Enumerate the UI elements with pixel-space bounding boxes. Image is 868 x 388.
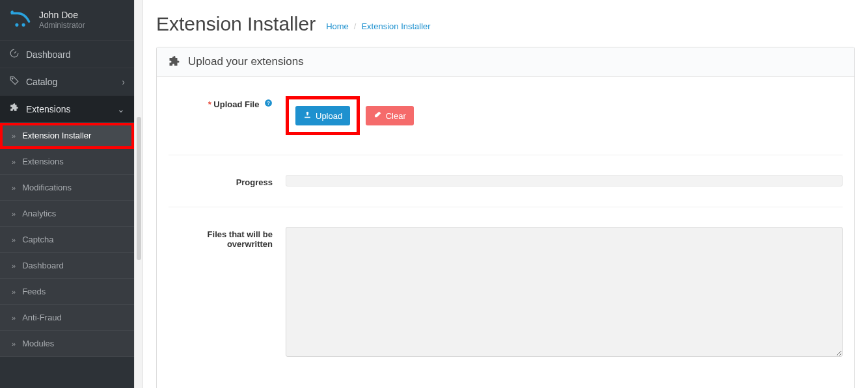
upload-button[interactable]: Upload	[295, 106, 350, 125]
main-nav: Dashboard Catalog › Extensions ⌄	[0, 41, 134, 123]
user-role: Administrator	[39, 21, 85, 30]
nav-extensions-label: Extensions	[26, 104, 70, 114]
clear-button-label: Clear	[386, 111, 406, 121]
upload-cloud-icon	[303, 110, 312, 121]
label-upload: * Upload File ?	[169, 96, 286, 135]
subnav-modules-label: Modules	[22, 339, 54, 348]
scrollbar-thumb[interactable]	[137, 117, 141, 260]
subnav-dashboard-label: Dashboard	[22, 261, 64, 270]
chevron-down-icon: ⌄	[117, 104, 125, 114]
nav-catalog[interactable]: Catalog ›	[0, 68, 134, 96]
label-overwrite-text: Files that will be overwritten	[208, 229, 273, 249]
subnav-dashboard[interactable]: » Dashboard	[0, 253, 134, 279]
upload-button-label: Upload	[316, 111, 342, 121]
subnav-feeds[interactable]: » Feeds	[0, 279, 134, 305]
breadcrumb: Home / Extension Installer	[326, 21, 431, 35]
overwrite-control	[286, 227, 843, 359]
svg-text:?: ?	[267, 100, 270, 106]
user-name: John Doe	[39, 10, 85, 20]
overwrite-textarea[interactable]	[286, 227, 843, 357]
main-content: Extension Installer Home / Extension Ins…	[143, 0, 868, 388]
subnav-installer[interactable]: » Extension Installer	[0, 123, 134, 149]
double-chevron-icon: »	[12, 262, 16, 270]
double-chevron-icon: »	[12, 340, 16, 348]
progress-control	[286, 175, 843, 187]
subnav-installer-label: Extension Installer	[22, 131, 91, 140]
upload-highlight-box: Upload	[286, 96, 360, 135]
label-upload-text: Upload File	[213, 99, 259, 109]
subnav-analytics-label: Analytics	[22, 209, 56, 218]
footer-actions: Continue	[169, 379, 843, 388]
double-chevron-icon: »	[12, 314, 16, 322]
gauge-icon	[9, 49, 20, 60]
nav-dashboard-label: Dashboard	[26, 49, 71, 60]
row-overwrite: Files that will be overwritten	[169, 207, 843, 379]
nav-dashboard[interactable]: Dashboard	[0, 41, 134, 68]
svg-point-0	[15, 23, 18, 27]
double-chevron-icon: »	[12, 288, 16, 296]
cart-logo-icon	[9, 9, 31, 31]
row-progress: Progress	[169, 155, 843, 207]
profile-area: John Doe Administrator	[0, 0, 134, 41]
clear-button[interactable]: Clear	[366, 106, 414, 125]
subnav-extensions-label: Extensions	[22, 157, 64, 166]
subnav-modifications[interactable]: » Modifications	[0, 175, 134, 201]
panel-body: * Upload File ? Upload	[157, 77, 854, 388]
svg-rect-5	[305, 117, 310, 118]
subnav-modifications-label: Modifications	[22, 183, 72, 192]
tags-icon	[9, 76, 20, 87]
subnav-extensions[interactable]: » Extensions	[0, 149, 134, 175]
panel-heading: Upload your extensions	[157, 47, 854, 77]
subnav-antifraud[interactable]: » Anti-Fraud	[0, 305, 134, 331]
subnav-feeds-label: Feeds	[22, 287, 46, 296]
double-chevron-icon: »	[12, 158, 16, 166]
svg-point-2	[12, 78, 13, 79]
upload-panel: Upload your extensions * Upload File ?	[156, 47, 855, 388]
label-progress: Progress	[169, 175, 286, 187]
label-overwrite: Files that will be overwritten	[169, 227, 286, 359]
row-upload: * Upload File ? Upload	[169, 77, 843, 155]
required-asterisk: *	[208, 99, 211, 109]
double-chevron-icon: »	[12, 132, 16, 140]
subnav-captcha[interactable]: » Captcha	[0, 227, 134, 253]
breadcrumb-home[interactable]: Home	[326, 21, 349, 31]
page-header: Extension Installer Home / Extension Ins…	[156, 6, 855, 47]
subnav-analytics[interactable]: » Analytics	[0, 201, 134, 227]
help-icon[interactable]: ?	[264, 99, 273, 109]
puzzle-icon	[169, 56, 180, 68]
panel-heading-text: Upload your extensions	[188, 55, 304, 68]
svg-point-1	[22, 23, 25, 27]
breadcrumb-current[interactable]: Extension Installer	[361, 21, 430, 31]
puzzle-icon	[9, 103, 20, 114]
chevron-right-icon: ›	[122, 77, 125, 87]
progress-bar	[286, 175, 843, 187]
nav-extensions[interactable]: Extensions ⌄	[0, 96, 134, 123]
nav-catalog-label: Catalog	[26, 77, 57, 87]
upload-controls: Upload Clear	[286, 96, 843, 135]
vertical-scrollbar[interactable]	[134, 0, 143, 388]
double-chevron-icon: »	[12, 184, 16, 192]
subnav-antifraud-label: Anti-Fraud	[22, 313, 62, 322]
extensions-subnav: » Extension Installer » Extensions » Mod…	[0, 123, 134, 357]
eraser-icon	[373, 110, 382, 121]
page-title: Extension Installer	[156, 13, 316, 35]
subnav-captcha-label: Captcha	[22, 235, 53, 244]
double-chevron-icon: »	[12, 236, 16, 244]
breadcrumb-separator: /	[354, 21, 357, 31]
sidebar: John Doe Administrator Dashboard Catalog…	[0, 0, 134, 388]
double-chevron-icon: »	[12, 210, 16, 218]
label-progress-text: Progress	[236, 177, 273, 187]
subnav-modules[interactable]: » Modules	[0, 331, 134, 357]
